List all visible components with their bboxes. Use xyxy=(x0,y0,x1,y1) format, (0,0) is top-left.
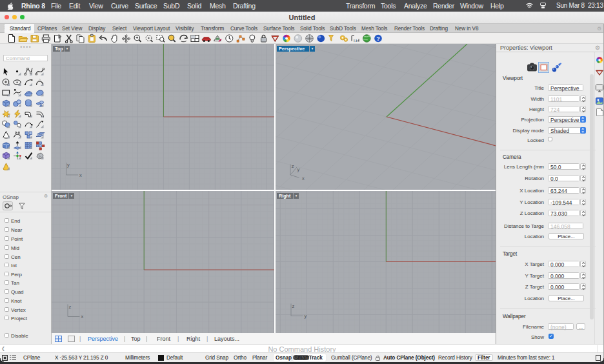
svg-text:?: ? xyxy=(376,35,380,42)
svg-text:z: z xyxy=(292,303,295,308)
svg-text:y: y xyxy=(297,167,299,172)
svg-text:x: x xyxy=(79,172,82,178)
svg-text:z: z xyxy=(69,303,72,309)
svg-text:x: x xyxy=(81,314,84,319)
svg-text:y: y xyxy=(305,313,307,319)
svg-text:I.I: I.I xyxy=(354,39,357,43)
svg-text:z: z xyxy=(292,163,294,169)
svg-text:y: y xyxy=(67,162,70,168)
svg-text:x: x xyxy=(302,176,305,181)
